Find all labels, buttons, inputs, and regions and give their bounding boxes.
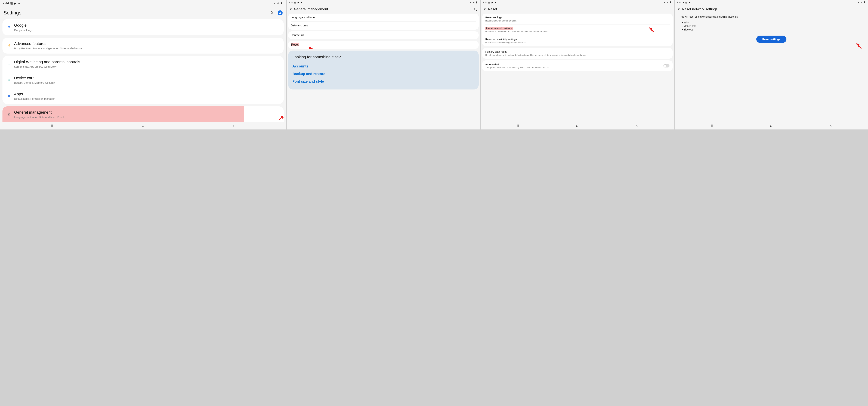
gallery-icon: ▦ [10,2,13,5]
nav-back[interactable] [829,124,833,128]
item-auto-restart[interactable]: Auto restartYour phone will restart auto… [482,60,673,71]
nav-home[interactable] [769,124,773,128]
bullet-list: Wi-Fi Mobile data Bluetooth [676,20,867,34]
battery-icon [670,1,672,4]
google-icon: G [8,26,10,29]
bullet-mobile: Mobile data [682,24,865,28]
battery-icon [475,1,478,4]
page-title: Reset network settings [682,7,865,11]
nav-bar: ||| [481,122,674,129]
screen-reset-network: 2:44 ♦ ▦ ▶ < Reset network settings This… [675,0,868,129]
nav-recents[interactable]: ||| [51,124,54,128]
page-title: General management [294,7,471,11]
apps-icon [7,94,11,98]
bullet-wifi: Wi-Fi [682,21,865,24]
item-language-input[interactable]: Language and input [288,13,479,22]
nav-home[interactable] [576,124,579,128]
item-reset[interactable]: Reset [288,41,479,49]
svg-rect-13 [770,125,772,127]
status-bar: 2:44 ▦ ▶ ♦ [287,0,480,5]
header: < Reset [481,5,674,13]
bulb-icon: ♦ [18,2,21,5]
settings-item-general-management[interactable]: General managementLanguage and input, Da… [2,106,284,122]
annotation-arrow [855,42,863,51]
svg-point-6 [9,96,10,97]
battery-icon [280,2,283,5]
gallery-icon: ▦ [294,1,297,4]
wellbeing-icon [7,62,11,65]
wifi-icon [273,2,276,5]
nav-recents[interactable]: ||| [710,124,713,128]
back-button[interactable]: < [678,7,680,11]
play-icon: ▶ [688,1,691,4]
status-bar: 2:44 ▦ ▶ ♦ [0,0,286,6]
settings-item-advanced[interactable]: Advanced featuresBixby Routines, Motions… [2,38,284,54]
search-icon[interactable] [473,7,477,11]
status-bar: 2:44 ▦ ▶ ♦ [481,0,674,5]
bulb-icon: ♦ [682,1,684,4]
play-icon: ▶ [491,1,494,4]
svg-point-8 [9,114,9,115]
status-time: 2:44 [289,1,293,4]
item-factory-reset[interactable]: Factory data resetReset your phone to it… [482,48,673,59]
item-reset-network[interactable]: Reset network settingsReset Wi-Fi, Bluet… [482,25,673,35]
settings-item-wellbeing[interactable]: Digital Wellbeing and parental controlsS… [2,56,284,72]
header: < General management [287,5,480,13]
device-care-icon [7,79,11,82]
nav-back[interactable] [635,124,639,128]
svg-point-3 [8,95,9,96]
suggestion-font[interactable]: Font size and style [292,78,474,85]
bullet-bluetooth: Bluetooth [682,28,865,31]
battery-icon [863,1,866,4]
svg-rect-11 [142,125,144,127]
nav-recents[interactable]: ||| [516,124,520,128]
svg-point-1 [9,64,9,64]
settings-item-google[interactable]: G GoogleGoogle settings [2,20,284,35]
signal-icon [861,1,863,4]
back-button[interactable]: < [290,7,292,11]
header: < Reset network settings [675,5,868,13]
svg-point-4 [9,95,10,96]
wifi-icon [663,1,666,4]
svg-rect-12 [577,125,578,127]
status-time: 2:44 [483,1,487,4]
signal-icon [276,2,280,5]
nav-bar: ||| [675,122,868,129]
item-reset-settings[interactable]: Reset settingsReset all settings to thei… [482,13,673,24]
gear-icon [7,44,11,47]
item-reset-accessibility[interactable]: Reset accessibility settingsReset access… [482,35,673,46]
gallery-icon: ▦ [685,1,688,4]
reset-description: This will reset all network settings, in… [676,13,867,20]
suggestion-accounts[interactable]: Accounts [292,63,474,70]
signal-icon [666,1,669,4]
search-icon[interactable] [270,11,274,15]
profile-avatar[interactable] [278,10,283,15]
wifi-icon [858,1,860,4]
settings-item-apps[interactable]: AppsDefault apps, Permission manager [2,88,284,104]
item-date-time[interactable]: Date and time [288,22,479,30]
suggestion-backup[interactable]: Backup and restore [292,70,474,78]
gallery-icon: ▦ [488,1,491,4]
back-button[interactable]: < [484,7,486,11]
svg-point-7 [9,114,10,114]
nav-back[interactable] [232,124,236,128]
play-icon: ▶ [297,1,300,4]
reset-settings-button[interactable]: Reset settings [756,36,786,43]
signal-icon [472,1,475,4]
settings-item-device-care[interactable]: Device careBattery, Storage, Memory, Sec… [2,72,284,88]
auto-restart-toggle[interactable] [663,64,670,67]
screen-reset: 2:44 ▦ ▶ ♦ < Reset Reset settingsReset a… [481,0,674,129]
wifi-icon [469,1,472,4]
status-bar: 2:44 ♦ ▦ ▶ [675,0,868,5]
screen-settings: 2:44 ▦ ▶ ♦ Settings G GoogleGoogle setti… [0,0,286,129]
sliders-icon [7,113,11,116]
status-time: 2:44 [677,1,681,4]
header: Settings [0,6,286,19]
nav-home[interactable] [141,124,145,128]
screen-general-management: 2:44 ▦ ▶ ♦ < General management Language… [287,0,480,129]
item-contact-us[interactable]: Contact us [288,31,479,39]
page-title: Settings [3,10,268,16]
suggestions-title: Looking for something else? [292,55,474,59]
svg-point-5 [8,96,9,97]
bulb-icon: ♦ [300,1,303,4]
